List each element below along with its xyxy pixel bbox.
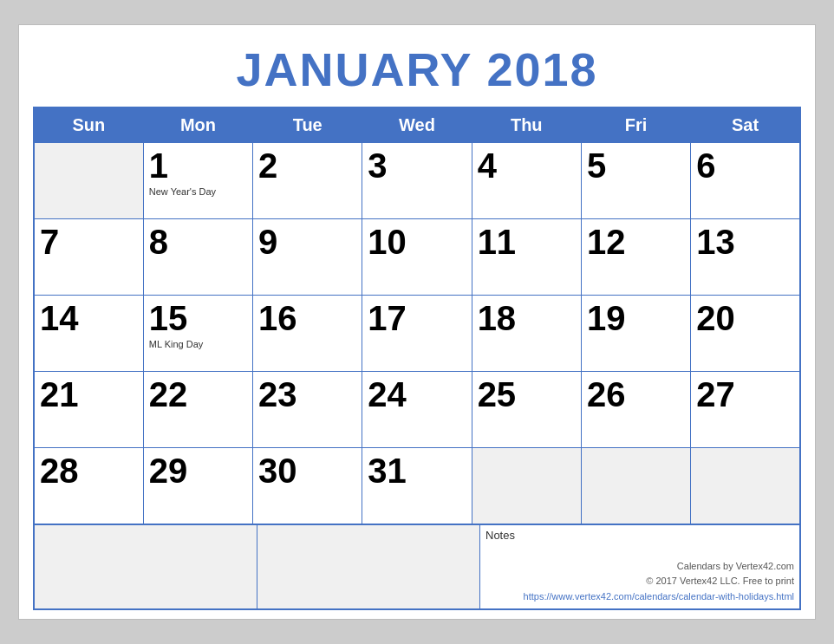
week-row-1: 1New Year's Day23456 [34, 143, 800, 219]
day-number: 28 [40, 452, 138, 490]
calendar-cell: 12 [581, 219, 690, 296]
header-day-wed: Wed [362, 107, 472, 143]
calendar-cell: 22 [143, 372, 252, 448]
day-number: 11 [478, 223, 576, 261]
day-number: 22 [149, 375, 247, 413]
calendar-cell: 20 [691, 296, 800, 372]
week-row-2: 78910111213 [34, 219, 800, 296]
notes-blank-1 [34, 524, 257, 608]
calendar-cell: 27 [691, 372, 800, 448]
calendar-cell: 10 [362, 219, 472, 296]
day-number: 24 [368, 375, 466, 413]
day-number: 6 [696, 146, 794, 185]
calendar-cell: 13 [691, 219, 800, 296]
calendar-cell: 5 [581, 143, 690, 219]
calendar-cell: 28 [34, 448, 143, 524]
calendar-cell: 25 [472, 372, 581, 448]
header-day-sun: Sun [34, 107, 143, 143]
day-number: 14 [40, 299, 138, 337]
header-day-tue: Tue [253, 107, 362, 143]
day-number: 27 [696, 375, 794, 413]
calendar-cell: 11 [472, 219, 581, 296]
notes-cell: Notes Calendars by Vertex42.com © 2017 V… [480, 524, 801, 608]
calendar-cell: 19 [581, 296, 690, 372]
notes-footer-table: Notes Calendars by Vertex42.com © 2017 V… [33, 524, 801, 610]
day-number: 31 [368, 452, 466, 490]
day-number: 30 [258, 452, 356, 490]
calendar-cell [691, 448, 800, 524]
header-day-fri: Fri [581, 107, 690, 143]
day-number: 12 [587, 223, 685, 261]
day-number: 1 [149, 146, 247, 185]
notes-row: Notes Calendars by Vertex42.com © 2017 V… [34, 524, 800, 608]
calendar-table: SunMonTueWedThuFriSat 1New Year's Day234… [33, 107, 801, 525]
holiday-label: New Year's Day [149, 186, 247, 197]
calendar-cell: 4 [472, 143, 581, 219]
day-number: 26 [587, 375, 685, 413]
day-number: 3 [368, 146, 466, 185]
day-number: 4 [478, 146, 576, 185]
day-number: 18 [478, 299, 576, 337]
calendar-cell: 31 [362, 448, 472, 524]
week-row-4: 21222324252627 [34, 372, 800, 448]
calendar-title: JANUARY 2018 [33, 34, 801, 107]
calendar-cell: 7 [34, 219, 143, 296]
day-number: 23 [258, 375, 356, 413]
day-number: 17 [368, 299, 466, 337]
day-number: 25 [478, 375, 576, 413]
calendar-container: JANUARY 2018 SunMonTueWedThuFriSat 1New … [18, 24, 816, 619]
calendar-cell: 18 [472, 296, 581, 372]
calendar-cell: 2 [253, 143, 362, 219]
week-row-3: 1415ML King Day1617181920 [34, 296, 800, 372]
footer-link: https://www.vertex42.com/calendars/calen… [485, 589, 794, 605]
day-number: 13 [696, 223, 794, 261]
calendar-cell: 30 [253, 448, 362, 524]
calendar-cell: 6 [691, 143, 800, 219]
calendar-cell: 3 [362, 143, 472, 219]
day-number: 16 [258, 299, 356, 337]
calendar-cell [34, 143, 143, 219]
calendar-cell: 24 [362, 372, 472, 448]
footer-line1: Calendars by Vertex42.com [485, 559, 794, 575]
header-row: SunMonTueWedThuFriSat [34, 107, 800, 143]
calendar-cell [581, 448, 690, 524]
calendar-cell: 17 [362, 296, 472, 372]
calendar-cell: 14 [34, 296, 143, 372]
day-number: 19 [587, 299, 685, 337]
day-number: 21 [40, 375, 138, 413]
header-day-thu: Thu [472, 107, 581, 143]
footer-line2: © 2017 Vertex42 LLC. Free to print [485, 574, 794, 589]
day-number: 9 [258, 223, 356, 261]
day-number: 20 [696, 299, 794, 337]
day-number: 8 [149, 223, 247, 261]
day-number: 29 [149, 452, 247, 490]
holiday-label: ML King Day [149, 339, 247, 349]
calendar-cell: 9 [253, 219, 362, 296]
calendar-cell: 16 [253, 296, 362, 372]
day-number: 10 [368, 223, 466, 261]
day-number: 15 [149, 299, 247, 337]
week-row-5: 28293031 [34, 448, 800, 524]
notes-label: Notes [485, 529, 794, 542]
calendar-cell: 29 [143, 448, 252, 524]
day-number: 2 [258, 146, 356, 185]
day-number: 5 [587, 146, 685, 185]
calendar-cell: 21 [34, 372, 143, 448]
header-day-mon: Mon [143, 107, 252, 143]
calendar-cell: 26 [581, 372, 690, 448]
day-number: 7 [40, 223, 138, 261]
header-day-sat: Sat [691, 107, 800, 143]
notes-blank-2 [257, 524, 479, 608]
calendar-cell [472, 448, 581, 524]
calendar-cell: 23 [253, 372, 362, 448]
calendar-cell: 8 [143, 219, 252, 296]
calendar-cell: 15ML King Day [143, 296, 252, 372]
calendar-cell: 1New Year's Day [143, 143, 252, 219]
